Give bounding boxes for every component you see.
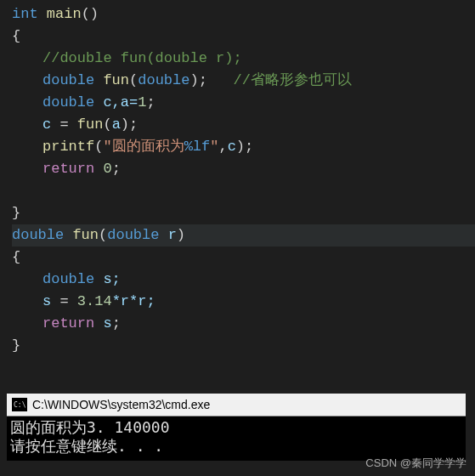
output-line: 圆的面积为3. 140000: [10, 418, 462, 437]
function-name: main: [47, 6, 82, 22]
code-line: double fun(double); //省略形参也可以: [12, 70, 475, 92]
watermark: CSDN @秦同学学学: [365, 456, 467, 471]
code-line: c = fun(a);: [12, 114, 475, 136]
terminal-title-text: C:\WINDOWS\system32\cmd.exe: [32, 398, 210, 411]
code-line: int main(): [12, 3, 475, 26]
terminal-window[interactable]: C:\ C:\WINDOWS\system32\cmd.exe 圆的面积为3. …: [7, 394, 466, 461]
code-line: return 0;: [12, 158, 475, 180]
code-line: return s;: [12, 313, 475, 335]
code-editor[interactable]: int main() { //double fun(double r); dou…: [0, 0, 475, 357]
code-line: double s;: [12, 269, 475, 291]
comment: //省略形参也可以: [233, 72, 351, 88]
code-line: //double fun(double r);: [12, 48, 475, 70]
code-line-active: double fun(double r): [12, 224, 475, 246]
code-line: {: [12, 26, 475, 48]
code-line: double c,a=1;: [12, 92, 475, 114]
code-line: printf("圆的面积为%lf",c);: [12, 136, 475, 158]
terminal-titlebar[interactable]: C:\ C:\WINDOWS\system32\cmd.exe: [7, 394, 466, 416]
code-line: [12, 180, 475, 202]
comment: //double fun(double r);: [42, 50, 242, 66]
cmd-icon: C:\: [12, 398, 27, 411]
output-line: 请按任意键继续. . .: [10, 437, 462, 456]
code-line: {: [12, 246, 475, 269]
code-line: s = 3.14*r*r;: [12, 291, 475, 313]
code-line: }: [12, 335, 475, 357]
code-line: }: [12, 202, 475, 224]
keyword-type: int: [12, 6, 38, 22]
terminal-output: 圆的面积为3. 140000请按任意键继续. . .: [7, 416, 466, 461]
